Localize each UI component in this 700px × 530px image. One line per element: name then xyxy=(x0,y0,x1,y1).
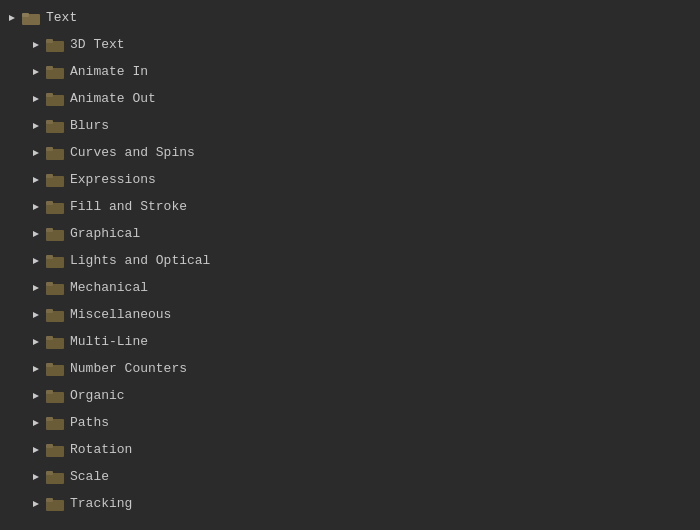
tree-item-label: Blurs xyxy=(70,118,109,133)
chevron-right-icon xyxy=(28,361,44,377)
tree-item[interactable]: Expressions xyxy=(0,166,700,193)
svg-marker-37 xyxy=(33,339,39,345)
svg-marker-16 xyxy=(33,150,39,156)
svg-marker-19 xyxy=(33,177,39,183)
svg-marker-46 xyxy=(33,420,39,426)
chevron-down-icon xyxy=(4,10,20,26)
svg-marker-4 xyxy=(33,42,39,48)
svg-marker-40 xyxy=(33,366,39,372)
svg-marker-31 xyxy=(33,285,39,291)
chevron-right-icon xyxy=(28,145,44,161)
svg-rect-24 xyxy=(46,201,53,205)
tree-item-label: Curves and Spins xyxy=(70,145,195,160)
svg-rect-51 xyxy=(46,444,53,448)
chevron-right-icon xyxy=(28,469,44,485)
tree-item-label: Lights and Optical xyxy=(70,253,210,268)
tree-item[interactable]: Number Counters xyxy=(0,355,700,382)
svg-rect-42 xyxy=(46,363,53,367)
svg-marker-34 xyxy=(33,312,39,318)
svg-marker-22 xyxy=(33,204,39,210)
folder-icon xyxy=(46,362,64,376)
tree-item-label: Multi-Line xyxy=(70,334,148,349)
folder-icon xyxy=(46,38,64,52)
svg-rect-39 xyxy=(46,336,53,340)
chevron-right-icon xyxy=(28,442,44,458)
tree-item-label: Organic xyxy=(70,388,125,403)
chevron-right-icon xyxy=(28,226,44,242)
tree-root-text[interactable]: Text xyxy=(0,4,700,31)
svg-rect-27 xyxy=(46,228,53,232)
tree-item[interactable]: Lights and Optical xyxy=(0,247,700,274)
svg-marker-0 xyxy=(9,15,15,21)
tree-item[interactable]: Multi-Line xyxy=(0,328,700,355)
chevron-right-icon xyxy=(28,415,44,431)
tree-item-label: Graphical xyxy=(70,226,140,241)
tree-item[interactable]: 3D Text xyxy=(0,31,700,58)
svg-rect-33 xyxy=(46,282,53,286)
svg-rect-48 xyxy=(46,417,53,421)
chevron-right-icon xyxy=(28,64,44,80)
tree-children: 3D Text Animate In Animate Out Blurs Cur… xyxy=(0,31,700,517)
tree-item-label: Scale xyxy=(70,469,109,484)
chevron-right-icon xyxy=(28,118,44,134)
folder-icon xyxy=(46,470,64,484)
folder-icon xyxy=(46,443,64,457)
tree-item[interactable]: Tracking xyxy=(0,490,700,517)
tree-item[interactable]: Scale xyxy=(0,463,700,490)
folder-icon xyxy=(46,92,64,106)
svg-marker-55 xyxy=(33,501,39,507)
svg-marker-10 xyxy=(33,96,39,102)
tree-item-label: Fill and Stroke xyxy=(70,199,187,214)
folder-icon xyxy=(46,389,64,403)
tree-item[interactable]: Curves and Spins xyxy=(0,139,700,166)
folder-icon xyxy=(46,227,64,241)
chevron-right-icon xyxy=(28,307,44,323)
svg-rect-9 xyxy=(46,66,53,70)
folder-icon xyxy=(46,497,64,511)
folder-icon xyxy=(46,308,64,322)
svg-rect-45 xyxy=(46,390,53,394)
svg-rect-57 xyxy=(46,498,53,502)
tree-item[interactable]: Rotation xyxy=(0,436,700,463)
tree-item-label: 3D Text xyxy=(70,37,125,52)
svg-marker-43 xyxy=(33,393,39,399)
chevron-right-icon xyxy=(28,496,44,512)
svg-marker-28 xyxy=(33,258,39,264)
svg-rect-30 xyxy=(46,255,53,259)
chevron-right-icon xyxy=(28,199,44,215)
root-label: Text xyxy=(46,10,77,25)
tree-item-label: Animate Out xyxy=(70,91,156,106)
tree-item[interactable]: Paths xyxy=(0,409,700,436)
folder-icon xyxy=(46,335,64,349)
folder-icon xyxy=(46,254,64,268)
svg-marker-7 xyxy=(33,69,39,75)
svg-rect-36 xyxy=(46,309,53,313)
svg-marker-52 xyxy=(33,474,39,480)
tree-item-label: Tracking xyxy=(70,496,132,511)
tree-item[interactable]: Animate In xyxy=(0,58,700,85)
tree-item[interactable]: Miscellaneous xyxy=(0,301,700,328)
tree-item-label: Number Counters xyxy=(70,361,187,376)
tree-item[interactable]: Blurs xyxy=(0,112,700,139)
svg-rect-21 xyxy=(46,174,53,178)
tree-item[interactable]: Animate Out xyxy=(0,85,700,112)
folder-icon xyxy=(46,119,64,133)
tree-item-label: Rotation xyxy=(70,442,132,457)
folder-icon xyxy=(46,146,64,160)
tree-item[interactable]: Fill and Stroke xyxy=(0,193,700,220)
chevron-right-icon xyxy=(28,91,44,107)
tree-item[interactable]: Mechanical xyxy=(0,274,700,301)
chevron-right-icon xyxy=(28,253,44,269)
tree-item-label: Expressions xyxy=(70,172,156,187)
tree-item[interactable]: Graphical xyxy=(0,220,700,247)
tree-item-label: Miscellaneous xyxy=(70,307,171,322)
svg-rect-54 xyxy=(46,471,53,475)
chevron-right-icon xyxy=(28,172,44,188)
svg-rect-3 xyxy=(22,13,29,16)
svg-marker-25 xyxy=(33,231,39,237)
chevron-right-icon xyxy=(28,37,44,53)
tree-item-label: Paths xyxy=(70,415,109,430)
chevron-right-icon xyxy=(28,280,44,296)
tree-item[interactable]: Organic xyxy=(0,382,700,409)
folder-open-icon xyxy=(22,11,40,25)
